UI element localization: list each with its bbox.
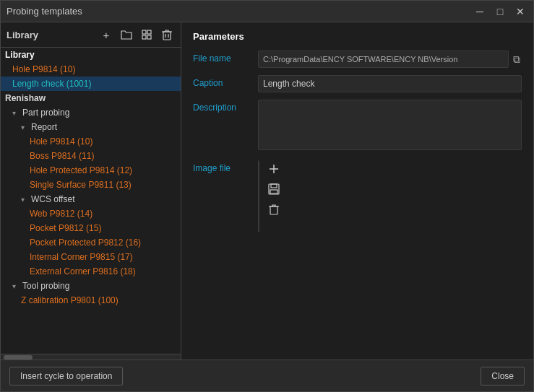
insert-cycle-button[interactable]: Insert cycle to operation <box>9 367 123 386</box>
tree-item-web[interactable]: Web P9812 (14) <box>1 206 181 221</box>
chevron-down-icon: ▾ <box>12 109 20 117</box>
tree-item-label: Web P9812 (14) <box>30 209 92 219</box>
svg-rect-2 <box>142 35 146 39</box>
image-controls <box>265 160 283 218</box>
tree-item-pocket[interactable]: Pocket P9812 (15) <box>1 221 181 235</box>
bottom-bar: Insert cycle to operation Close <box>1 360 533 391</box>
trash-icon <box>269 204 279 215</box>
svg-rect-13 <box>270 206 277 214</box>
caption-row: Caption Length check <box>193 75 522 92</box>
left-panel: Library + <box>1 22 181 360</box>
description-label: Description <box>193 100 258 113</box>
tree-item-length-check[interactable]: Length check (1001) <box>1 77 181 91</box>
horizontal-scrollbar[interactable] <box>1 354 181 360</box>
image-delete-button[interactable] <box>265 201 283 218</box>
tree-item-external-corner[interactable]: External Corner P9816 (18) <box>1 264 181 279</box>
trash-icon <box>162 29 172 40</box>
grid-button[interactable] <box>139 27 155 43</box>
tree-item-label: Renishaw <box>5 93 46 103</box>
tree-item-part-probing[interactable]: ▾ Part probing <box>1 105 181 120</box>
scrollbar-thumb <box>4 355 33 360</box>
tree-item-label: WCS offset <box>31 194 74 204</box>
tree-item-label: Hole Protected P9814 (12) <box>30 165 132 175</box>
folder-icon <box>121 30 132 40</box>
tree-item-tool-probing[interactable]: ▾ Tool probing <box>1 279 181 293</box>
image-file-row: Image file <box>193 160 283 232</box>
tree-item-label: Length check (1001) <box>12 79 91 89</box>
file-name-label: File name <box>193 51 258 64</box>
tree-item-report[interactable]: ▾ Report <box>1 120 181 134</box>
tree-item-label: Library <box>5 50 35 60</box>
probing-templates-window: Probing templates ─ □ ✕ Library + <box>0 0 534 392</box>
folder-button[interactable] <box>119 27 134 43</box>
tree-item-pocket-protected[interactable]: Pocket Protected P9812 (16) <box>1 235 181 250</box>
tree-item-wcs-offset[interactable]: ▾ WCS offset <box>1 192 181 206</box>
library-label: Library <box>7 30 94 40</box>
caption-label: Caption <box>193 75 258 88</box>
copy-button[interactable]: ⧉ <box>512 52 522 67</box>
svg-rect-3 <box>147 35 151 39</box>
window-title: Probing templates <box>7 6 82 17</box>
chevron-down-icon: ▾ <box>21 123 28 131</box>
tree-item-internal-corner[interactable]: Internal Corner P9815 (17) <box>1 250 181 264</box>
tree-item-hole-p9814[interactable]: Hole P9814 (10) <box>1 62 181 77</box>
caption-value[interactable]: Length check <box>258 75 522 92</box>
add-button[interactable]: + <box>98 27 114 43</box>
image-file-label: Image file <box>193 160 258 173</box>
file-name-value: C:\ProgramData\ENCY SOFTWARE\ENCY NB\Ver… <box>258 51 509 68</box>
grid-icon <box>142 30 152 40</box>
image-add-button[interactable] <box>265 160 283 178</box>
image-area <box>258 160 259 232</box>
svg-rect-11 <box>271 184 277 188</box>
delete-header-button[interactable] <box>159 27 175 43</box>
tree-item-label: Pocket P9812 (15) <box>30 223 101 233</box>
chevron-down-icon: ▾ <box>21 196 28 204</box>
library-header: Library + <box>1 22 181 48</box>
svg-rect-4 <box>163 32 171 40</box>
tree-item-label: Report <box>31 122 57 132</box>
tree-area[interactable]: Library Hole P9814 (10) Length check (10… <box>1 48 181 354</box>
tree-item-hole-protected[interactable]: Hole Protected P9814 (12) <box>1 163 181 178</box>
file-name-row: File name C:\ProgramData\ENCY SOFTWARE\E… <box>193 51 522 68</box>
close-button[interactable]: Close <box>481 367 525 386</box>
tree-item-label: Part probing <box>22 108 69 118</box>
tree-item-label: Hole P9814 (10) <box>30 136 92 147</box>
title-bar: Probing templates ─ □ ✕ <box>1 1 533 22</box>
image-file-section: Image file <box>193 160 522 232</box>
tree-item-label: Single Surface P9811 (13) <box>30 180 132 190</box>
svg-rect-12 <box>270 190 277 193</box>
image-save-button[interactable] <box>265 180 283 198</box>
params-title: Parameters <box>193 31 522 42</box>
tree-item-single-surface[interactable]: Single Surface P9811 (13) <box>1 178 181 192</box>
chevron-down-icon: ▾ <box>12 282 20 290</box>
right-panel: Parameters File name C:\ProgramData\ENCY… <box>181 22 533 360</box>
tree-item-label: External Corner P9816 (18) <box>30 266 136 276</box>
window-close-button[interactable]: ✕ <box>513 4 527 19</box>
tree-item-label: Hole P9814 (10) <box>12 64 75 74</box>
tree-item-label: Tool probing <box>22 281 69 291</box>
tree-item-label: Pocket Protected P9812 (16) <box>30 238 141 248</box>
tree-item-hole2[interactable]: Hole P9814 (10) <box>1 134 181 149</box>
tree-item-label: Z calibration P9801 (100) <box>21 295 119 305</box>
maximize-button[interactable]: □ <box>493 4 507 19</box>
svg-rect-1 <box>147 30 151 34</box>
main-content: Library + <box>1 22 533 360</box>
file-name-value-container: C:\ProgramData\ENCY SOFTWARE\ENCY NB\Ver… <box>258 51 522 68</box>
save-icon <box>268 183 280 195</box>
description-row: Description <box>193 100 522 150</box>
minimize-button[interactable]: ─ <box>473 4 487 19</box>
tree-item-library[interactable]: Library <box>1 48 181 62</box>
title-bar-controls: ─ □ ✕ <box>473 4 527 19</box>
tree-item-label: Internal Corner P9815 (17) <box>30 252 133 262</box>
tree-item-zcal[interactable]: Z calibration P9801 (100) <box>1 293 181 308</box>
description-value[interactable] <box>258 100 522 150</box>
add-icon <box>268 163 280 175</box>
tree-item-label: Boss P9814 (11) <box>30 151 94 161</box>
tree-item-renishaw[interactable]: Renishaw <box>1 91 181 105</box>
svg-rect-0 <box>142 30 146 34</box>
tree-item-boss[interactable]: Boss P9814 (11) <box>1 149 181 163</box>
